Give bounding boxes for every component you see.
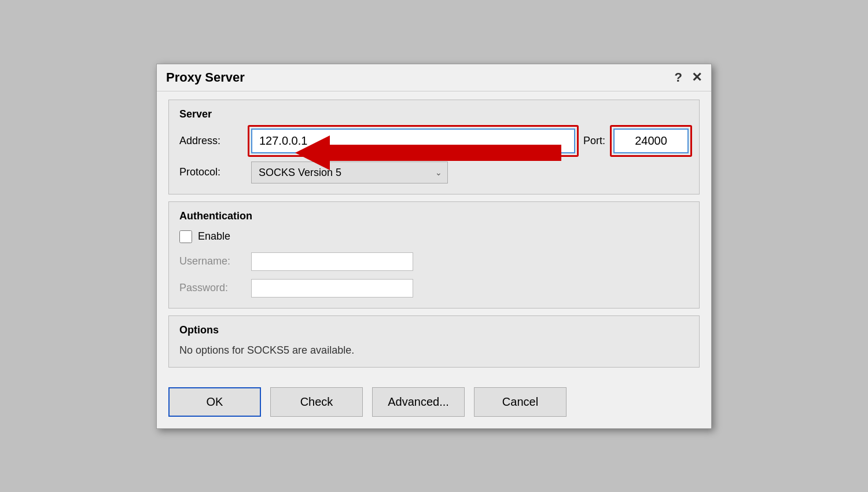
dialog-title: Proxy Server — [166, 70, 245, 85]
password-row: Password: — [179, 279, 689, 298]
username-row: Username: — [179, 252, 689, 271]
password-label: Password: — [179, 282, 243, 294]
advanced-button[interactable]: Advanced... — [372, 387, 465, 417]
authentication-section: Authentication Enable Username: Password… — [168, 201, 700, 309]
options-section: Options No options for SOCKS5 are availa… — [168, 315, 700, 368]
check-button[interactable]: Check — [270, 387, 363, 417]
address-label: Address: — [179, 135, 243, 147]
port-label: Port: — [583, 135, 605, 147]
server-section: Server Address: Port: Protocol: — [168, 100, 700, 194]
address-input[interactable] — [251, 128, 575, 153]
protocol-label: Protocol: — [179, 166, 243, 178]
dialog-footer: OK Check Advanced... Cancel — [157, 379, 711, 428]
enable-checkbox[interactable] — [179, 230, 192, 243]
password-input[interactable] — [251, 279, 413, 298]
protocol-select-wrapper: SOCKS Version 4 SOCKS Version 5 HTTP ⌄ — [251, 161, 448, 183]
enable-label: Enable — [198, 230, 230, 243]
dialog-body: Server Address: Port: Protocol: — [157, 91, 711, 379]
title-bar: Proxy Server ? ✕ — [157, 64, 711, 91]
title-bar-controls: ? ✕ — [675, 71, 702, 84]
options-title: Options — [179, 324, 689, 336]
protocol-select[interactable]: SOCKS Version 4 SOCKS Version 5 HTTP — [251, 161, 448, 183]
username-label: Username: — [179, 255, 243, 267]
close-button[interactable]: ✕ — [692, 71, 702, 84]
cancel-button[interactable]: Cancel — [474, 387, 567, 417]
username-input[interactable] — [251, 252, 413, 271]
enable-row: Enable — [179, 230, 689, 243]
options-text: No options for SOCKS5 are available. — [179, 344, 689, 357]
ok-button[interactable]: OK — [168, 387, 261, 417]
port-wrapper — [613, 128, 689, 153]
port-input[interactable] — [613, 128, 689, 153]
address-row: Address: Port: — [179, 128, 689, 153]
address-wrapper — [251, 128, 575, 153]
help-button[interactable]: ? — [675, 71, 682, 84]
authentication-title: Authentication — [179, 210, 689, 222]
proxy-server-dialog: Proxy Server ? ✕ Server Address: Port: — [156, 64, 712, 429]
server-section-title: Server — [179, 108, 689, 120]
protocol-row: Protocol: SOCKS Version 4 SOCKS Version … — [179, 161, 689, 183]
